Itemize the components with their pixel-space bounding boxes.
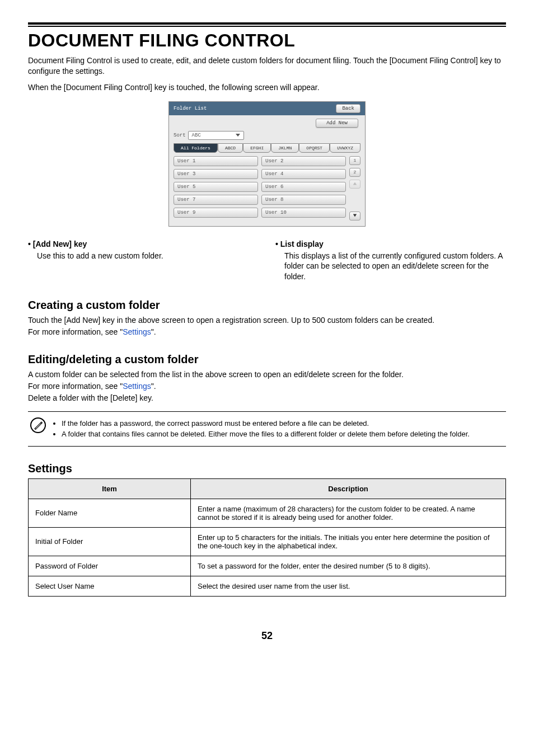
sort-value: ABC (192, 133, 201, 138)
creating-p2: For more information, see "Settings". (28, 327, 506, 337)
editing-p2b: ". (151, 382, 156, 391)
bullet-list-body: This displays a list of the currently co… (284, 251, 506, 283)
note-1: If the folder has a password, the correc… (62, 419, 470, 429)
note-2: A folder that contains files cannot be d… (62, 429, 470, 439)
note-box: If the folder has a password, the correc… (28, 411, 506, 447)
editing-p3: Delete a folder with the [Delete] key. (28, 393, 506, 403)
tab-jklmn[interactable]: JKLMN (271, 143, 299, 153)
settings-table: Item Description Folder Name Enter a nam… (28, 478, 506, 597)
user-4-button[interactable]: User 4 (261, 169, 346, 179)
arrow-up-icon (353, 181, 357, 186)
intro-p1: Document Filing Control is used to creat… (28, 55, 506, 77)
cell-item: Folder Name (29, 499, 191, 527)
page-2-button[interactable]: 2 (349, 168, 360, 177)
cell-desc: Enter up to 5 characters for the initial… (191, 527, 506, 556)
heading-settings: Settings (28, 462, 506, 475)
rule-thick (28, 22, 506, 25)
table-row: Password of Folder To set a password for… (29, 556, 506, 576)
panel-titlebar: Folder List Back (169, 102, 365, 115)
sort-select[interactable]: ABC (188, 131, 244, 140)
user-7-button[interactable]: User 7 (174, 195, 258, 205)
user-3-button[interactable]: User 3 (174, 169, 258, 179)
panel-title: Folder List (174, 106, 207, 111)
sort-label: Sort (174, 133, 186, 138)
back-button[interactable]: Back (336, 104, 360, 113)
heading-editing: Editing/deleting a custom folder (28, 353, 506, 366)
arrow-down-icon (353, 213, 357, 218)
scroll-down-button[interactable] (349, 212, 360, 220)
cell-desc: Select the desired user name from the us… (191, 576, 506, 596)
tab-abcd[interactable]: ABCD (218, 143, 243, 153)
cell-item: Select User Name (29, 576, 191, 596)
user-9-button[interactable]: User 9 (174, 208, 258, 218)
editing-p2: For more information, see "Settings". (28, 381, 506, 392)
heading-creating: Creating a custom folder (28, 299, 506, 312)
user-1-button[interactable]: User 1 (174, 156, 258, 166)
user-8-button[interactable]: User 8 (261, 195, 346, 205)
tab-opqrst[interactable]: OPQRST (299, 143, 330, 153)
note-icon (30, 417, 46, 433)
editing-p1: A custom folder can be selected from the… (28, 369, 506, 380)
scroll-up-button[interactable] (349, 180, 360, 189)
page-title: DOCUMENT FILING CONTROL (28, 30, 506, 51)
cell-item: Initial of Folder (29, 527, 191, 556)
editing-p2a: For more information, see " (28, 382, 123, 391)
intro-p2: When the [Document Filing Control] key i… (28, 82, 506, 93)
table-row: Initial of Folder Enter up to 5 characte… (29, 527, 506, 556)
table-row: Select User Name Select the desired user… (29, 576, 506, 596)
table-row: Folder Name Enter a name (maximum of 28 … (29, 499, 506, 527)
cell-desc: To set a password for the folder, enter … (191, 556, 506, 576)
page-number: 52 (28, 630, 506, 642)
screenshot-panel: Folder List Back Add New Sort ABC All Fo… (168, 101, 366, 227)
user-2-button[interactable]: User 2 (261, 156, 346, 166)
th-item: Item (29, 478, 191, 499)
tab-uvwxyz[interactable]: UVWXYZ (330, 143, 360, 153)
bullet-addnew-head: • [Add New] key (28, 239, 259, 250)
creating-p2b: ". (151, 327, 156, 336)
cell-desc: Enter a name (maximum of 28 characters) … (191, 499, 506, 527)
rule-thin (28, 26, 506, 27)
creating-p2a: For more information, see " (28, 327, 123, 336)
add-new-button[interactable]: Add New (316, 119, 358, 128)
bullet-list-head: • List display (275, 239, 506, 250)
user-5-button[interactable]: User 5 (174, 182, 258, 192)
chevron-down-icon (236, 134, 240, 137)
page-1-button[interactable]: 1 (349, 156, 360, 165)
cell-item: Password of Folder (29, 556, 191, 576)
tab-all-folders[interactable]: All Folders (174, 143, 218, 153)
settings-link-2[interactable]: Settings (123, 382, 151, 391)
bullet-addnew-body: Use this to add a new custom folder. (37, 251, 259, 261)
tab-efghi[interactable]: EFGHI (243, 143, 271, 153)
creating-p1: Touch the [Add New] key in the above scr… (28, 315, 506, 326)
settings-link-1[interactable]: Settings (123, 327, 151, 336)
th-desc: Description (191, 478, 506, 499)
user-10-button[interactable]: User 10 (261, 208, 346, 218)
user-6-button[interactable]: User 6 (261, 182, 346, 192)
